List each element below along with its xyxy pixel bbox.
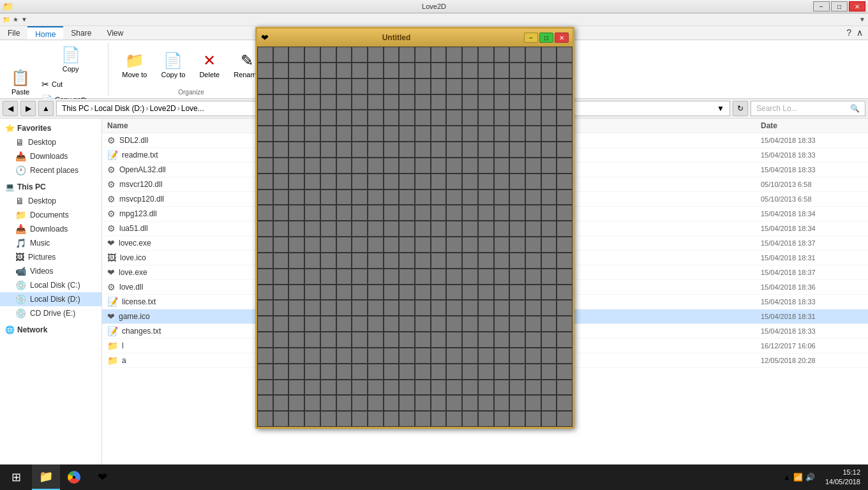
grid-cell <box>257 237 273 253</box>
grid-cell <box>541 348 557 364</box>
grid-cell <box>557 411 572 427</box>
sidebar-item-documents[interactable]: 📁 Documents <box>0 208 101 222</box>
sidebar-item-desktop[interactable]: 🖥 Desktop <box>0 135 101 149</box>
breadcrumb-love[interactable]: Love... <box>181 104 204 113</box>
maximize-button[interactable]: □ <box>831 1 848 11</box>
grid-cell <box>288 380 304 396</box>
grid-cell <box>336 94 352 110</box>
breadcrumb-thispc[interactable]: This PC <box>62 104 89 113</box>
file-date: 15/04/2018 18:34 <box>761 210 863 218</box>
grid-cell <box>525 348 541 364</box>
refresh-button[interactable]: ↻ <box>733 101 748 116</box>
grid-cell <box>525 110 541 126</box>
grid-cell <box>384 364 400 380</box>
favorites-section: ⭐ Favorites 🖥 Desktop 📥 Downloads 🕐 Rece… <box>0 121 101 177</box>
grid-cell <box>462 300 478 316</box>
sidebar-item-music[interactable]: 🎵 Music <box>0 236 101 250</box>
thispc-header[interactable]: 💻 This PC <box>0 180 101 194</box>
tray-up-arrow[interactable]: ▲ <box>783 473 791 482</box>
grid-cell <box>368 316 384 332</box>
sidebar-item-recent[interactable]: 🕐 Recent places <box>0 163 101 177</box>
grid-cell <box>304 189 320 205</box>
delete-button[interactable]: ✕ Delete <box>193 48 225 82</box>
taskbar-file-explorer[interactable]: 📁 <box>32 464 60 490</box>
grid-cell <box>257 78 273 94</box>
minimize-button[interactable]: − <box>813 1 830 11</box>
grid-cell <box>257 189 273 205</box>
grid-cell <box>446 285 462 301</box>
grid-cell <box>446 174 462 189</box>
grid-cell <box>415 174 431 189</box>
grid-cell <box>273 364 289 380</box>
breadcrumb-love2d[interactable]: Love2D <box>149 104 176 113</box>
grid-cell <box>462 142 478 158</box>
love2d-minimize[interactable]: − <box>524 33 538 43</box>
grid-cell <box>509 364 525 380</box>
system-clock[interactable]: 15:12 14/05/2018 <box>818 468 868 487</box>
love2d-maximize[interactable]: □ <box>539 33 553 43</box>
grid-cell <box>288 94 304 110</box>
grid-cell <box>336 269 352 285</box>
tab-home[interactable]: Home <box>27 26 63 40</box>
move-to-button[interactable]: 📁 Move to <box>116 48 153 82</box>
grid-cell <box>384 142 400 158</box>
copy-to-button[interactable]: 📄 Copy to <box>155 48 191 82</box>
cut-button[interactable]: ✂ Cut <box>38 77 103 91</box>
grid-cell <box>368 63 384 78</box>
grid-cell <box>352 316 368 332</box>
breadcrumb-localdisk[interactable]: Local Disk (D:) <box>94 104 145 113</box>
col-date-header[interactable]: Date <box>761 121 863 130</box>
sidebar-item-videos[interactable]: 📹 Videos <box>0 264 101 278</box>
grid-cell <box>478 63 494 78</box>
ribbon-help-icon[interactable]: ? <box>846 27 851 38</box>
favorites-header[interactable]: ⭐ Favorites <box>0 121 101 135</box>
grid-cell <box>431 253 447 269</box>
paste-button[interactable]: 📋 Paste <box>5 66 36 99</box>
sidebar-item-local-c[interactable]: 💿 Local Disk (C:) <box>0 278 101 292</box>
grid-cell <box>384 189 400 205</box>
sidebar-item-desktop2[interactable]: 🖥 Desktop <box>0 194 101 208</box>
grid-cell <box>368 348 384 364</box>
grid-cell <box>509 94 525 110</box>
sidebar-item-downloads2[interactable]: 📥 Downloads <box>0 222 101 236</box>
grid-cell <box>336 110 352 126</box>
sidebar-item-cd[interactable]: 💿 CD Drive (E:) <box>0 306 101 320</box>
tab-view[interactable]: View <box>99 26 131 40</box>
love2d-close[interactable]: ✕ <box>555 33 569 43</box>
grid-cell <box>399 205 415 221</box>
grid-cell <box>525 316 541 332</box>
grid-cell <box>541 78 557 94</box>
address-dropdown-icon[interactable]: ▼ <box>717 104 724 113</box>
grid-cell <box>273 126 289 142</box>
grid-cell <box>399 300 415 316</box>
forward-button[interactable]: ▶ <box>20 101 36 116</box>
search-box[interactable]: Search Lo... 🔍 <box>751 101 865 116</box>
close-button[interactable]: ✕ <box>849 1 865 11</box>
start-button[interactable]: ⊞ <box>0 464 32 490</box>
sidebar-item-local-d[interactable]: 💿 Local Disk (D:) <box>0 292 101 306</box>
network-header[interactable]: 🌐 Network <box>0 323 101 337</box>
taskbar-chrome[interactable]: ● <box>60 464 88 490</box>
grid-cell <box>304 158 320 174</box>
tab-share[interactable]: Share <box>63 26 99 40</box>
back-button[interactable]: ◀ <box>3 101 18 116</box>
tab-file[interactable]: File <box>0 26 27 40</box>
sidebar-item-pictures[interactable]: 🖼 Pictures <box>0 250 101 264</box>
up-button[interactable]: ▲ <box>38 101 54 116</box>
ribbon-collapse-icon[interactable]: ∧ <box>857 27 863 38</box>
grid-cell <box>462 364 478 380</box>
sidebar-item-downloads[interactable]: 📥 Downloads <box>0 149 101 163</box>
music-icon: 🎵 <box>15 238 26 248</box>
taskbar-love2d[interactable]: ❤ <box>88 464 116 490</box>
grid-cell <box>431 364 447 380</box>
grid-cell <box>509 189 525 205</box>
grid-cell <box>257 348 273 364</box>
grid-cell <box>541 395 557 411</box>
grid-cell <box>368 269 384 285</box>
copy-button[interactable]: 📄 Copy <box>38 43 103 76</box>
grid-cell <box>336 237 352 253</box>
grid-cell <box>478 189 494 205</box>
grid-cell <box>525 300 541 316</box>
disk-d-icon: 💿 <box>15 294 26 304</box>
grid-cell <box>288 364 304 380</box>
